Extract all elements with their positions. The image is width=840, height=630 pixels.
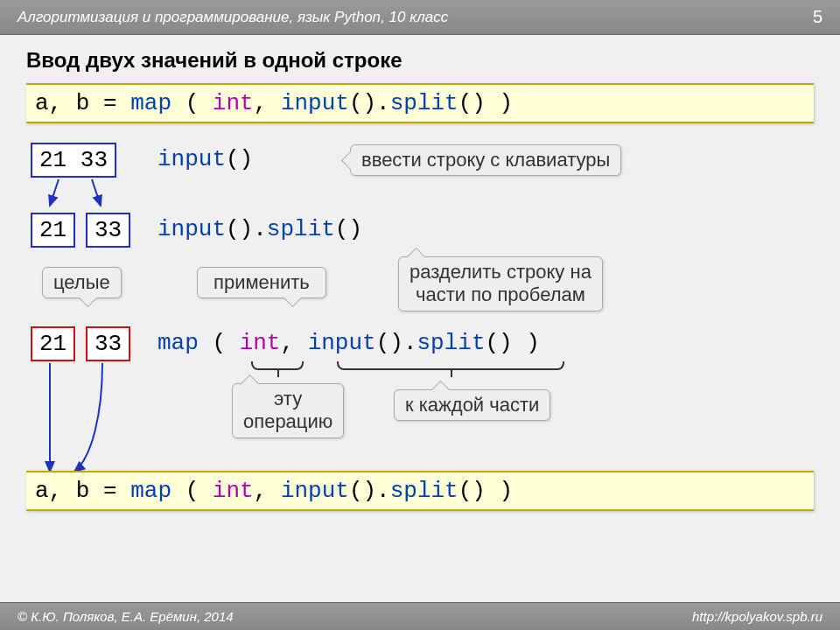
callout-apply: применить <box>197 267 326 298</box>
value-int-2: 33 <box>86 326 130 361</box>
code-bar-bottom: a, b = map ( int, input().split() ) <box>26 471 814 511</box>
callout-eachpart: к каждой части <box>394 389 550 421</box>
code-input-split: input().split() <box>158 216 362 242</box>
callout-integers: целые <box>42 267 122 298</box>
page-title: Ввод двух значений в одной строке <box>26 48 814 73</box>
footer-url: http://kpolyakov.spb.ru <box>692 609 822 624</box>
callout-operation: этуоперацию <box>232 383 344 438</box>
value-int-1: 21 <box>31 326 75 361</box>
callout-keyboard: ввести строку с клавиатуры <box>350 144 621 176</box>
brace-int <box>251 361 304 370</box>
footer-author: © К.Ю. Поляков, Е.А. Ерёмин, 2014 <box>18 609 692 624</box>
arrow-split-left <box>48 178 109 213</box>
header-text: Алгоритмизация и программирование, язык … <box>18 9 813 26</box>
code-input: input() <box>158 146 253 172</box>
page-number: 5 <box>813 7 822 27</box>
brace-inputsplit <box>337 361 564 370</box>
callout-split: разделить строку начасти по пробелам <box>398 256 603 312</box>
value-joined: 21 33 <box>31 143 116 178</box>
code-map-line: map ( int, input().split() ) <box>158 330 540 356</box>
value-split-2: 33 <box>86 213 130 248</box>
code-bar-top: a, b = map ( int, input().split() ) <box>26 83 814 123</box>
value-split-1: 21 <box>31 213 75 248</box>
arrow-assign <box>39 361 118 475</box>
